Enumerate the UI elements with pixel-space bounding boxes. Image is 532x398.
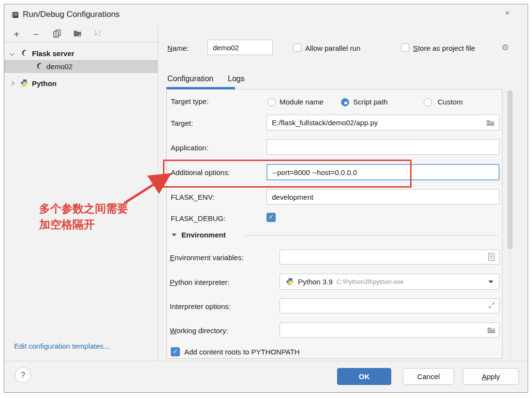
additional-options-label: Additional options: xyxy=(171,168,230,177)
expand-field-icon[interactable] xyxy=(488,302,495,311)
copy-configuration-button[interactable] xyxy=(51,29,63,40)
annotation-text-line2: 加空格隔开 xyxy=(39,217,95,232)
sidebar-item-flask-server[interactable]: Flask server xyxy=(4,47,158,60)
radio-script-path-label: Script path xyxy=(353,98,388,106)
edit-configuration-templates-link[interactable]: Edit configuration templates... xyxy=(14,342,110,350)
cancel-button[interactable]: Cancel xyxy=(403,368,454,385)
environment-section-header[interactable]: Environment xyxy=(181,231,226,239)
name-label: Name: xyxy=(167,44,189,52)
flask-icon xyxy=(35,62,44,72)
tree-item-label: Python xyxy=(32,79,57,88)
environment-variables-input[interactable] xyxy=(280,250,500,265)
run-config-dialog-icon xyxy=(11,11,19,19)
working-directory-input[interactable] xyxy=(280,323,500,338)
flask-icon xyxy=(20,49,29,59)
environment-section-rule xyxy=(244,235,499,236)
help-button[interactable]: ? xyxy=(15,367,31,383)
environment-variables-label: Environment variables: xyxy=(170,253,244,262)
target-type-label: Target type: xyxy=(171,97,208,105)
run-debug-configurations-dialog: Run/Debug Configurations × + − Flask ser… xyxy=(4,4,528,393)
add-content-roots-checkbox[interactable]: ✓ xyxy=(171,347,180,356)
chevron-down-icon[interactable] xyxy=(488,280,493,283)
additional-options-input[interactable] xyxy=(266,164,500,180)
python-interpreter-path: C:\Python39\python.exe xyxy=(337,278,488,285)
add-configuration-button[interactable]: + xyxy=(10,29,23,40)
scrollbar-thumb[interactable] xyxy=(507,90,513,249)
tree-item-label: Flask server xyxy=(32,49,74,58)
python-interpreter-value: Python 3.9 xyxy=(298,278,333,286)
application-input[interactable] xyxy=(266,139,500,155)
sidebar-item-python[interactable]: Python xyxy=(4,77,158,90)
radio-module-name[interactable] xyxy=(267,98,276,106)
sort-icon xyxy=(93,29,102,40)
radio-custom-label: Custom xyxy=(438,98,463,106)
chevron-down-icon[interactable] xyxy=(10,51,15,56)
working-directory-label: Working directory: xyxy=(170,326,228,335)
apply-button[interactable]: Apply xyxy=(463,368,519,385)
footer-divider xyxy=(4,361,528,361)
check-icon: ✓ xyxy=(268,213,274,221)
environment-section-caret-icon[interactable] xyxy=(172,234,177,236)
tab-configuration[interactable]: Configuration xyxy=(167,74,213,83)
tree-item-label: demo02 xyxy=(46,62,73,71)
name-input[interactable] xyxy=(207,40,273,55)
add-content-roots-label: Add content roots to PYTHONPATH xyxy=(184,348,300,356)
chevron-right-icon[interactable] xyxy=(10,81,15,86)
interpreter-options-label: Interpreter options: xyxy=(170,302,231,310)
ok-button[interactable]: OK xyxy=(337,368,391,385)
new-folder-button[interactable] xyxy=(71,29,84,40)
toolbar-divider xyxy=(4,42,158,43)
store-as-project-file-checkbox[interactable] xyxy=(401,44,409,52)
close-icon[interactable]: × xyxy=(505,8,510,18)
interpreter-options-input[interactable] xyxy=(280,298,500,313)
store-as-project-file-label: Store as project file xyxy=(413,44,475,52)
copy-icon xyxy=(53,29,61,40)
sidebar-divider xyxy=(158,26,158,361)
folder-browse-icon[interactable] xyxy=(486,118,495,128)
flask-debug-checkbox[interactable]: ✓ xyxy=(266,213,276,222)
flask-env-label: FLASK_ENV: xyxy=(171,193,214,201)
active-tab-underline xyxy=(166,87,235,89)
check-icon: ✓ xyxy=(173,348,178,355)
sort-configurations-button[interactable] xyxy=(91,29,104,40)
variables-list-icon[interactable] xyxy=(488,252,495,263)
target-input[interactable] xyxy=(266,115,500,131)
gear-icon[interactable]: ⚙ xyxy=(502,43,509,53)
folder-browse-icon[interactable] xyxy=(487,326,496,336)
sidebar-item-demo02[interactable]: demo02 xyxy=(4,60,158,73)
target-label: Target: xyxy=(171,119,193,127)
radio-script-path[interactable] xyxy=(341,98,349,106)
flask-env-input[interactable] xyxy=(266,189,500,205)
page-title: Run/Debug Configurations xyxy=(23,10,119,19)
flask-debug-label: FLASK_DEBUG: xyxy=(171,214,225,222)
scrollbar-track[interactable] xyxy=(507,90,513,359)
annotation-text-line1: 多个参数之间需要 xyxy=(39,201,128,216)
allow-parallel-run-checkbox[interactable] xyxy=(293,44,301,52)
application-label: Application: xyxy=(171,144,208,152)
python-interpreter-select[interactable]: Python 3.9 C:\Python39\python.exe xyxy=(280,274,500,290)
minus-icon: − xyxy=(33,29,39,40)
new-folder-icon xyxy=(73,29,82,40)
python-icon xyxy=(20,79,29,88)
plus-icon: + xyxy=(14,29,19,40)
tab-logs[interactable]: Logs xyxy=(228,74,245,83)
remove-configuration-button[interactable]: − xyxy=(30,29,42,40)
allow-parallel-run-label: Allow parallel run xyxy=(305,44,360,52)
python-interpreter-label: Python interpreter: xyxy=(170,278,229,286)
python-icon xyxy=(286,278,294,286)
radio-custom[interactable] xyxy=(424,98,432,106)
radio-module-name-label: Module name xyxy=(280,98,324,106)
